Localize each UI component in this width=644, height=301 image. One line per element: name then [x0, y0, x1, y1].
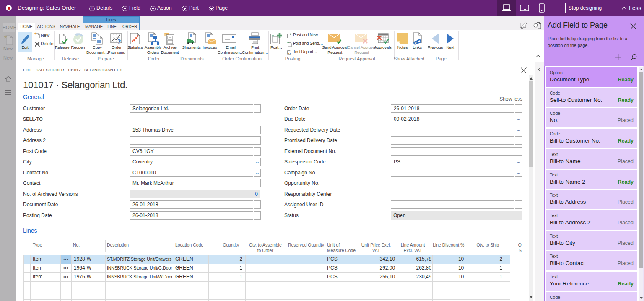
- svg-text:?: ?: [117, 38, 121, 45]
